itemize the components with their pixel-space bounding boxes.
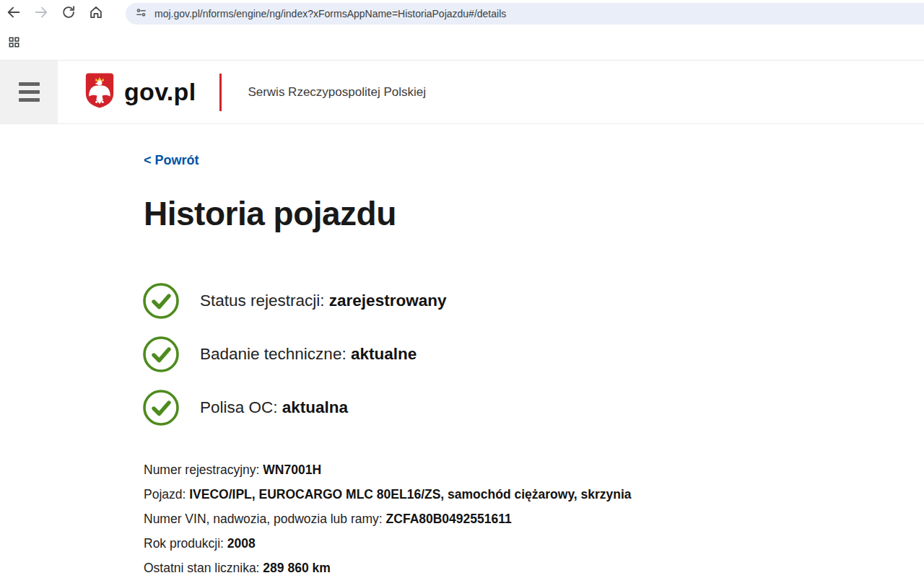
page-title: Historia pojazdu <box>144 194 924 234</box>
home-icon <box>88 4 104 23</box>
status-row-inspection: Badanie techniczne: aktualne <box>142 336 924 373</box>
status-value: aktualna <box>282 398 348 416</box>
detail-production-year: Rok produkcji: 2008 <box>144 535 924 553</box>
check-circle-icon <box>142 389 180 426</box>
check-circle-icon <box>142 282 180 320</box>
header-divider <box>219 74 222 111</box>
back-link[interactable]: < Powrót <box>144 153 199 168</box>
detail-label: Numer rejestracyjny: <box>144 463 259 477</box>
vehicle-details: Numer rejestracyjny: WN7001H Pojazd: IVE… <box>144 462 924 577</box>
detail-label: Pojazd: <box>144 487 186 502</box>
header-tagline: Serwis Rzeczypospolitej Polskiej <box>248 85 426 100</box>
reload-icon <box>61 4 77 23</box>
status-row-insurance: Polisa OC: aktualna <box>142 389 924 426</box>
detail-label: Ostatni stan licznika: <box>144 561 259 575</box>
status-text: Status rejestracji: zarejestrowany <box>200 292 446 310</box>
forward-button[interactable] <box>27 0 55 27</box>
url-text: moj.gov.pl/nforms/engine/ng/index?xForms… <box>154 8 506 19</box>
forward-arrow-icon <box>33 4 49 23</box>
status-label: Status rejestracji: <box>200 292 325 310</box>
detail-label: Rok produkcji: <box>144 536 224 551</box>
detail-label: Numer VIN, nadwozia, podwozia lub ramy: <box>144 512 383 526</box>
bookmarks-bar <box>0 27 924 61</box>
detail-vehicle: Pojazd: IVECO/IPL, EUROCARGO MLC 80EL16/… <box>144 486 924 504</box>
hamburger-icon <box>19 78 40 106</box>
detail-vin: Numer VIN, nadwozia, podwozia lub ramy: … <box>144 511 924 528</box>
home-button[interactable] <box>82 0 110 27</box>
detail-value: IVECO/IPL, EUROCARGO MLC 80EL16/ZS, samo… <box>189 487 631 502</box>
back-arrow-icon <box>6 4 22 23</box>
detail-registration-number: Numer rejestracyjny: WN7001H <box>144 462 924 479</box>
status-list: Status rejestracji: zarejestrowany Badan… <box>144 282 924 426</box>
reload-button[interactable] <box>55 0 82 27</box>
site-info-icon[interactable] <box>135 6 147 22</box>
govpl-logo-text: gov.pl <box>124 78 196 106</box>
back-button[interactable] <box>0 0 27 27</box>
vehicle-history-page: < Powrót Historia pojazdu Status rejestr… <box>0 124 924 577</box>
status-value: zarejestrowany <box>329 292 447 310</box>
detail-value: WN7001H <box>263 463 321 477</box>
detail-value: ZCFA80B0492551611 <box>386 512 512 526</box>
apps-grid-icon <box>8 36 20 51</box>
status-text: Polisa OC: aktualna <box>200 398 348 417</box>
check-circle-icon <box>142 336 180 373</box>
url-bar[interactable]: moj.gov.pl/nforms/engine/ng/index?xForms… <box>126 3 924 25</box>
detail-value: 2008 <box>227 536 256 551</box>
browser-toolbar: moj.gov.pl/nforms/engine/ng/index?xForms… <box>0 0 924 27</box>
govpl-logo[interactable]: gov.pl <box>83 61 196 123</box>
status-value: aktualne <box>351 345 417 363</box>
govpl-header: gov.pl Serwis Rzeczypospolitej Polskiej <box>0 61 924 124</box>
status-label: Polisa OC: <box>200 398 278 416</box>
status-label: Badanie techniczne: <box>200 345 346 363</box>
detail-odometer: Ostatni stan licznika: 289 860 km <box>144 560 924 577</box>
polish-eagle-shield-icon <box>83 71 116 113</box>
status-text: Badanie techniczne: aktualne <box>200 345 417 364</box>
detail-value: 289 860 km <box>263 561 330 575</box>
status-row-registration: Status rejestracji: zarejestrowany <box>142 282 924 320</box>
menu-button[interactable] <box>0 61 58 123</box>
apps-grid-button[interactable] <box>4 34 24 54</box>
